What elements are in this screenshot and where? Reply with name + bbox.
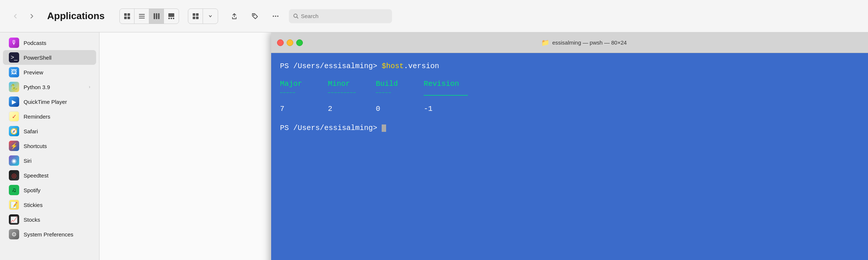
sidebar-item-powershell[interactable]: >_PowerShell [3, 50, 96, 65]
svg-rect-8 [156, 13, 157, 19]
spotify-label: Spotify [24, 187, 90, 193]
svg-rect-16 [193, 17, 195, 19]
terminal-var: $host [382, 62, 404, 70]
spotify-icon: ♫ [9, 185, 19, 195]
svg-point-21 [277, 15, 279, 17]
siri-icon: ◉ [9, 155, 19, 166]
sidebar-item-quicktime[interactable]: ▶QuickTime Player [3, 94, 96, 109]
svg-rect-4 [139, 14, 145, 15]
main-area: 🎙Podcasts>_PowerShell🖼Preview🐍Python 3.9… [0, 32, 868, 260]
terminal-header-row: Major Minor Build Revision [280, 78, 859, 90]
terminal-command-line: PS /Users/essisalming> $host.version [280, 60, 859, 72]
back-button[interactable] [9, 10, 22, 23]
sidebar-item-preview[interactable]: 🖼Preview [3, 65, 96, 80]
python39-icon: 🐍 [9, 82, 19, 92]
terminal-command-suffix: .version [404, 62, 439, 70]
sidebar-item-reminders[interactable]: ✓Reminders [3, 109, 96, 124]
view-grid-button[interactable] [120, 9, 134, 24]
stickies-label: Stickies [24, 202, 90, 208]
svg-rect-9 [158, 13, 160, 19]
terminal-cursor [382, 124, 386, 132]
sysprefs-label: System Preferences [24, 231, 90, 238]
terminal-body[interactable]: PS /Users/essisalming> $host.version Maj… [271, 53, 868, 260]
quicktime-icon: ▶ [9, 96, 19, 107]
stocks-icon: 📈 [9, 214, 19, 225]
sidebar-item-spotify[interactable]: ♫Spotify [3, 183, 96, 197]
svg-rect-13 [173, 18, 174, 19]
share-button[interactable] [227, 9, 242, 24]
reminders-icon: ✓ [9, 111, 19, 122]
toolbar-title: Applications [47, 10, 105, 22]
svg-rect-6 [139, 18, 145, 18]
val-minor: 2 [328, 103, 376, 115]
search-icon [293, 13, 299, 19]
terminal-window: 📁 essisalming — pwsh — 80×24 PS /Users/e… [271, 32, 868, 260]
svg-rect-10 [168, 13, 174, 17]
more-button[interactable] [268, 9, 283, 24]
svg-point-19 [273, 15, 274, 17]
tag-button[interactable] [248, 9, 262, 24]
terminal-title: 📁 essisalming — pwsh — 80×24 [306, 39, 862, 47]
stocks-label: Stocks [24, 217, 90, 223]
svg-point-22 [294, 14, 297, 17]
sidebar-item-safari[interactable]: 🧭Safari [3, 124, 96, 138]
sidebar-item-podcasts[interactable]: 🎙Podcasts [3, 35, 96, 50]
shortcuts-icon: ⚡ [9, 141, 19, 151]
preview-label: Preview [24, 69, 90, 75]
svg-point-20 [275, 15, 276, 17]
svg-point-18 [253, 14, 254, 15]
safari-icon: 🧭 [9, 126, 19, 136]
shortcuts-label: Shortcuts [24, 143, 90, 149]
terminal-prompt-1: PS /Users/essisalming> [280, 62, 382, 70]
terminal-prompt-2: PS /Users/essisalming> [280, 124, 382, 132]
sidebar-item-stickies[interactable]: 📝Stickies [3, 197, 96, 212]
col-revision: Revision [424, 78, 483, 90]
terminal-prompt-line-2: PS /Users/essisalming> [280, 122, 859, 134]
toolbar: Applications [0, 0, 868, 32]
minimize-button[interactable] [287, 39, 293, 46]
svg-rect-1 [127, 13, 130, 16]
sidebar-item-stocks[interactable]: 📈Stocks [3, 212, 96, 227]
div-revision: ────────── [424, 90, 483, 102]
speedtest-label: Speedtest [24, 172, 90, 179]
sidebar-item-siri[interactable]: ◉Siri [3, 153, 96, 168]
view-gallery-button[interactable] [164, 9, 179, 24]
svg-rect-2 [124, 17, 127, 19]
sidebar-item-shortcuts[interactable]: ⚡Shortcuts [3, 138, 96, 153]
content-area: PowerShell Application – 275 KB 📁 essisa… [99, 32, 868, 260]
sidebar-item-speedtest[interactable]: ◎Speedtest [3, 168, 96, 183]
powershell-icon: >_ [9, 52, 19, 63]
podcasts-label: Podcasts [24, 40, 90, 46]
sidebar-item-python39[interactable]: 🐍Python 3.9› [3, 80, 96, 94]
col-minor: Minor [328, 78, 376, 90]
view-column-button[interactable] [149, 9, 164, 24]
search-box[interactable] [289, 9, 392, 23]
maximize-button[interactable] [296, 39, 303, 46]
stickies-icon: 📝 [9, 200, 19, 210]
nav-buttons [9, 10, 38, 23]
val-build: 0 [376, 103, 424, 115]
col-build: Build [376, 78, 424, 90]
div-minor: ───────── [328, 90, 376, 102]
div-major: ───── [280, 90, 328, 102]
group-chevron-button[interactable] [203, 9, 218, 24]
speedtest-icon: ◎ [9, 170, 19, 180]
svg-rect-7 [154, 13, 155, 19]
reminders-label: Reminders [24, 113, 90, 120]
sidebar-item-sysprefs[interactable]: ⚙System Preferences [3, 227, 96, 242]
val-revision: -1 [424, 103, 483, 115]
search-input[interactable] [301, 13, 388, 19]
close-button[interactable] [277, 39, 284, 46]
svg-rect-14 [193, 13, 195, 16]
forward-button[interactable] [25, 10, 38, 23]
python39-label: Python 3.9 [24, 84, 84, 90]
terminal-title-text: essisalming — pwsh — 80×24 [552, 39, 627, 46]
terminal-divider-row: ───── ───────── ───── ────────── [280, 90, 859, 102]
terminal-folder-icon: 📁 [541, 39, 549, 47]
col-major: Major [280, 78, 328, 90]
group-view-buttons [188, 8, 218, 24]
svg-rect-12 [171, 18, 172, 19]
svg-rect-5 [139, 16, 145, 17]
view-list-button[interactable] [134, 9, 149, 24]
group-button[interactable] [188, 9, 203, 24]
